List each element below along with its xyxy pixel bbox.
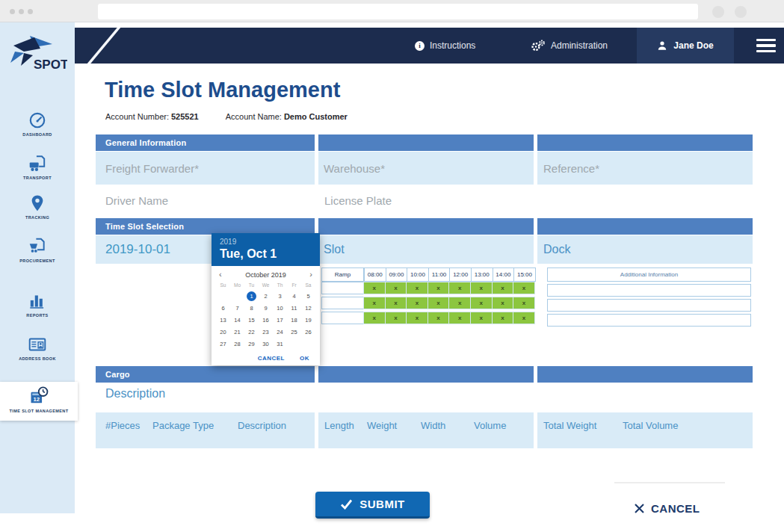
- user-menu[interactable]: Jane Doe: [637, 28, 734, 64]
- additional-info-input[interactable]: [547, 314, 751, 327]
- calendar-day[interactable]: 31: [273, 338, 287, 350]
- calendar-day[interactable]: 17: [273, 314, 287, 326]
- spot-logo[interactable]: SPOT: [7, 31, 67, 72]
- calendar-day[interactable]: 1: [244, 290, 259, 302]
- slot-cell[interactable]: x: [363, 282, 386, 294]
- calendar-day[interactable]: 8: [244, 302, 259, 314]
- calendar-day[interactable]: 11: [287, 302, 301, 314]
- calendar-day[interactable]: 22: [244, 326, 259, 338]
- calendar-ok-button[interactable]: OK: [300, 355, 309, 362]
- account-number-label: Account Number:: [105, 112, 169, 121]
- calendar-day[interactable]: 15: [244, 314, 259, 326]
- slot-cell[interactable]: x: [513, 297, 535, 309]
- calendar-day[interactable]: 13: [216, 314, 230, 326]
- ramp-input[interactable]: [321, 312, 364, 324]
- page-title: Time Slot Management: [105, 78, 340, 102]
- nav-item-instructions[interactable]: i Instructions: [415, 28, 475, 64]
- ramp-input[interactable]: [321, 297, 364, 309]
- calendar-day[interactable]: 20: [216, 326, 230, 338]
- logo-bird-tail: [10, 52, 24, 63]
- slot-cell[interactable]: x: [428, 312, 450, 324]
- slot-cell[interactable]: x: [428, 282, 450, 294]
- calendar-day[interactable]: 19: [301, 314, 315, 326]
- calendar-day-number: 19: [303, 315, 313, 325]
- calendar-day[interactable]: 23: [259, 326, 273, 338]
- calendar-day[interactable]: 30: [259, 338, 273, 350]
- slot-cell[interactable]: x: [385, 282, 407, 294]
- calendar-day-grid: 1234567891011121314151617181920212223242…: [216, 290, 315, 350]
- calendar-day-number: 27: [218, 339, 228, 349]
- calendar-day[interactable]: 3: [273, 290, 287, 302]
- slot-cell[interactable]: x: [363, 297, 386, 309]
- calendar-day[interactable]: 21: [230, 326, 244, 338]
- calendar-month-label: October 2019: [245, 271, 286, 279]
- calendar-day[interactable]: 12: [301, 302, 315, 314]
- reference-field[interactable]: Reference*: [537, 152, 753, 185]
- slot-cell[interactable]: x: [448, 282, 471, 294]
- submit-button[interactable]: SUBMIT: [315, 492, 430, 519]
- sidebar-item-address-book[interactable]: ADDRESS BOOK: [0, 335, 75, 361]
- calendar-day[interactable]: [230, 290, 244, 302]
- calendar-day[interactable]: 2: [259, 290, 273, 302]
- calendar-day[interactable]: 27: [216, 338, 230, 350]
- calendar-day[interactable]: [287, 338, 301, 350]
- slot-cell[interactable]: x: [448, 297, 471, 309]
- calendar-day[interactable]: 28: [230, 338, 244, 350]
- calendar-day[interactable]: 6: [216, 302, 230, 314]
- slot-cell[interactable]: x: [428, 297, 450, 309]
- sidebar-item-dashboard[interactable]: DASHBOARD: [0, 111, 75, 137]
- slot-cell[interactable]: x: [492, 297, 514, 309]
- sidebar-item-tracking[interactable]: TRACKING: [0, 194, 75, 220]
- slot-cell[interactable]: x: [406, 297, 428, 309]
- calendar-day[interactable]: 9: [259, 302, 273, 314]
- slot-cell[interactable]: x: [385, 297, 407, 309]
- cancel-button[interactable]: CANCEL: [634, 502, 700, 515]
- additional-info-input[interactable]: [547, 284, 751, 297]
- calendar-day[interactable]: 5: [301, 290, 315, 302]
- time-header-cell: 12:00: [449, 267, 472, 282]
- dock-field[interactable]: Dock: [537, 235, 753, 264]
- ramp-input[interactable]: [321, 282, 364, 294]
- sidebar-item-procurement[interactable]: PROCUREMENT: [0, 237, 75, 263]
- slot-cell[interactable]: x: [492, 282, 514, 294]
- chevron-left-icon[interactable]: ‹: [219, 270, 222, 279]
- sidebar-item-reports[interactable]: REPORTS: [0, 291, 75, 318]
- calendar-day[interactable]: 7: [230, 302, 244, 314]
- driver-name-field[interactable]: Driver Name: [105, 194, 168, 207]
- calendar-day[interactable]: 29: [244, 338, 259, 350]
- freight-forwarder-field[interactable]: Freight Forwarder*: [96, 152, 315, 185]
- calendar-day[interactable]: 26: [301, 326, 315, 338]
- calendar-day[interactable]: 14: [230, 314, 244, 326]
- slot-cell[interactable]: x: [448, 312, 471, 324]
- sidebar-item-transport[interactable]: TRANSPORT: [0, 154, 75, 180]
- license-plate-field[interactable]: License Plate: [324, 194, 392, 207]
- sidebar-item-time-slot-management[interactable]: 12 TIME SLOT MANAGEMENT: [0, 382, 78, 421]
- slot-cell[interactable]: x: [406, 282, 428, 294]
- slot-cell[interactable]: x: [385, 312, 407, 324]
- slot-cell[interactable]: x: [470, 282, 493, 294]
- additional-info-input[interactable]: [547, 299, 751, 312]
- slot-cell[interactable]: x: [513, 282, 535, 294]
- address-bar[interactable]: [98, 4, 698, 19]
- slot-cell[interactable]: x: [492, 312, 514, 324]
- slot-cell[interactable]: x: [470, 312, 493, 324]
- chevron-right-icon[interactable]: ›: [309, 270, 312, 279]
- slot-cell[interactable]: x: [513, 312, 535, 324]
- calendar-cancel-button[interactable]: CANCEL: [258, 355, 285, 362]
- slot-field[interactable]: Slot: [318, 235, 534, 264]
- slot-cell[interactable]: x: [406, 312, 428, 324]
- hamburger-menu-icon[interactable]: [748, 28, 784, 64]
- calendar-day[interactable]: 4: [287, 290, 301, 302]
- slot-cell[interactable]: x: [470, 297, 493, 309]
- calendar-day[interactable]: 24: [273, 326, 287, 338]
- calendar-day[interactable]: 25: [287, 326, 301, 338]
- diagonal-accent: [75, 28, 127, 64]
- warehouse-field[interactable]: Warehouse*: [318, 152, 534, 185]
- nav-item-administration[interactable]: Administration: [531, 28, 608, 64]
- calendar-day[interactable]: [301, 338, 315, 350]
- calendar-day[interactable]: 18: [287, 314, 301, 326]
- calendar-day[interactable]: 10: [273, 302, 287, 314]
- calendar-day[interactable]: 16: [259, 314, 273, 326]
- calendar-day[interactable]: [216, 290, 230, 302]
- slot-cell[interactable]: x: [363, 312, 386, 324]
